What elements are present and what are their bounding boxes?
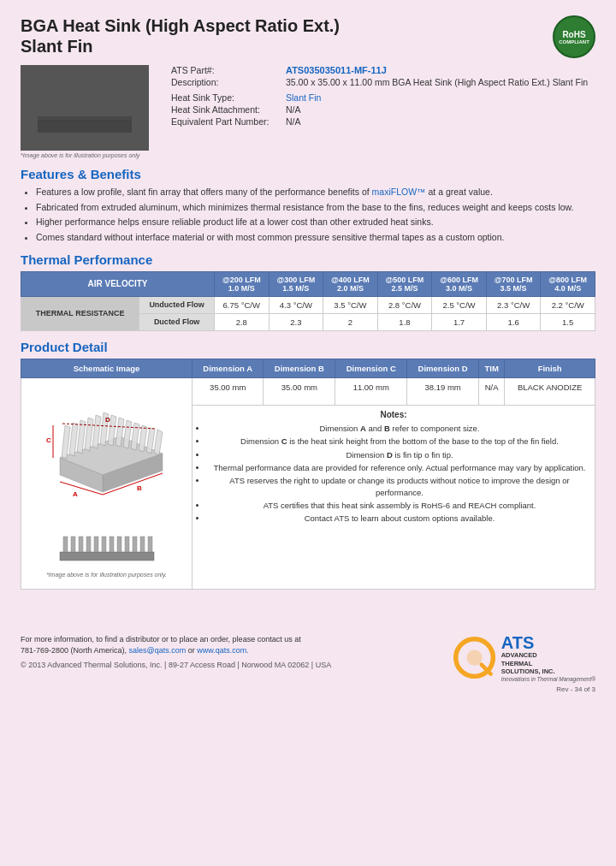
svg-marker-5 [76, 86, 85, 121]
svg-rect-37 [63, 537, 68, 552]
dim-values-row: A B C D [21, 377, 595, 405]
finish-val: BLACK ANODIZE [505, 377, 595, 405]
schematic-caption: *Image above is for illustration purpose… [31, 572, 182, 578]
svg-rect-11 [38, 116, 132, 122]
ducted-400: 2 [323, 313, 378, 330]
detail-table-2: Heat Sink Type: Slant Fin Heat Sink Atta… [171, 92, 595, 127]
detail-table: ATS Part#: ATS035035011-MF-11J Descripti… [171, 65, 595, 87]
footer-copyright: © 2013 Advanced Thermal Solutions, Inc. … [21, 661, 331, 669]
product-image-caption: *Image above is for illustration purpose… [21, 152, 157, 158]
footer-email-link[interactable]: sales@qats.com [129, 646, 187, 655]
ats-logo-text: ATS ADVANCEDTHERMALSOLUTIONS, INC. Innov… [501, 634, 595, 682]
unducted-label: Unducted Flow [139, 296, 215, 313]
svg-rect-0 [38, 121, 132, 133]
footer-website-link[interactable]: www.qats.com. [197, 646, 249, 655]
col-dim-d: Dimension D [407, 359, 479, 377]
schematic-profile-svg [51, 528, 163, 566]
thermal-section: Thermal Performance AIR VELOCITY @200 LF… [21, 252, 595, 331]
product-info: *Image above is for illustration purpose… [21, 65, 595, 158]
dim-c-val: 11.00 mm [335, 377, 407, 405]
svg-text:D: D [105, 416, 110, 424]
svg-rect-47 [140, 537, 145, 552]
svg-rect-46 [133, 537, 137, 552]
ats-big-text: ATS [501, 634, 595, 651]
dim-d-val: 38.19 mm [407, 377, 479, 405]
footer-logo: ATS ADVANCEDTHERMALSOLUTIONS, INC. Innov… [453, 634, 595, 682]
note-4: Thermal performance data are provided fo… [207, 462, 592, 473]
desc-row: Description: 35.00 x 35.00 x 11.00 mm BG… [171, 77, 595, 87]
product-detail-section: Product Detail Schematic Image Dimension… [21, 340, 595, 590]
col-500lfm: @500 LFM 2.5 M/S [377, 271, 432, 296]
list-item: Comes standard without interface materia… [36, 231, 595, 244]
col-600lfm: @600 LFM 3.0 M/S [432, 271, 487, 296]
page-header: BGA Heat Sink (High Aspect Ratio Ext.) S… [21, 15, 595, 58]
page-number: Rev - 34 of 3 [21, 685, 595, 693]
svg-marker-4 [68, 86, 76, 121]
svg-rect-36 [60, 552, 154, 561]
svg-marker-9 [110, 86, 119, 121]
list-item: Fabricated from extruded aluminum, which… [36, 201, 595, 214]
svg-rect-42 [102, 537, 106, 552]
part-label: ATS Part#: [171, 65, 282, 75]
col-tim: TIM [479, 359, 505, 377]
desc-value: 35.00 x 35.00 x 11.00 mm BGA Heat Sink (… [286, 77, 588, 87]
ducted-label: Ducted Flow [139, 313, 215, 330]
product-detail-heading: Product Detail [21, 340, 595, 354]
col-dim-a: Dimension A [192, 359, 264, 377]
note-5: ATS reserves the right to update or chan… [207, 475, 592, 498]
svg-rect-48 [148, 537, 152, 552]
schematic-cell: A B C D [21, 377, 192, 589]
col-200lfm: @200 LFM 1.0 M/S [215, 271, 270, 296]
footer-left: For more information, to find a distribu… [21, 634, 331, 669]
svg-marker-7 [93, 86, 102, 121]
svg-marker-10 [119, 86, 127, 121]
product-image-svg [25, 69, 145, 146]
col-300lfm: @300 LFM 1.5 M/S [269, 271, 323, 296]
product-image [21, 65, 149, 151]
type-label: Heat Sink Type: [171, 92, 282, 103]
ats-full-text: ADVANCEDTHERMALSOLUTIONS, INC. [501, 651, 595, 676]
note-7: Contact ATS to learn about custom option… [207, 513, 592, 524]
part-value[interactable]: ATS035035011-MF-11J [286, 65, 387, 75]
attach-row: Heat Sink Attachment: N/A [171, 104, 595, 115]
svg-text:A: A [73, 490, 78, 498]
col-dim-c: Dimension C [335, 359, 407, 377]
svg-marker-1 [42, 86, 50, 121]
part-row: ATS Part#: ATS035035011-MF-11J [171, 65, 595, 75]
svg-marker-8 [102, 86, 110, 121]
note-6: ATS certifies that this heat sink assemb… [207, 500, 592, 511]
svg-rect-44 [117, 537, 121, 552]
type-row: Heat Sink Type: Slant Fin [171, 92, 595, 103]
title-line1: BGA Heat Sink (High Aspect Ratio Ext.) [21, 16, 340, 35]
equiv-row: Equivalent Part Number: N/A [171, 116, 595, 127]
footer-contact: For more information, to find a distribu… [21, 634, 331, 657]
attach-label: Heat Sink Attachment: [171, 104, 282, 115]
rohs-badge: RoHS COMPLIANT [553, 15, 595, 58]
product-detail-table: Schematic Image Dimension A Dimension B … [21, 359, 595, 590]
ducted-800: 1.5 [541, 313, 595, 330]
dim-b-val: 35.00 mm [264, 377, 335, 405]
product-details: ATS Part#: ATS035035011-MF-11J Descripti… [171, 65, 595, 158]
svg-point-51 [466, 650, 482, 665]
svg-rect-43 [110, 537, 114, 552]
ducted-600: 1.7 [432, 313, 487, 330]
svg-marker-18 [85, 418, 93, 451]
unducted-row: THERMAL RESISTANCE Unducted Flow 6.75 °C… [21, 296, 595, 313]
features-list: Features a low profile, slant fin array … [36, 186, 595, 244]
thermal-resistance-label: THERMAL RESISTANCE [21, 296, 139, 330]
note-1: Dimension A and B refer to component siz… [207, 423, 592, 434]
dim-a-val: 35.00 mm [192, 377, 264, 405]
footer: For more information, to find a distribu… [21, 627, 595, 682]
svg-rect-41 [94, 537, 98, 552]
unducted-800: 2.2 °C/W [541, 296, 595, 313]
list-item: Higher performance helps ensure reliable… [36, 216, 595, 228]
unducted-300: 4.3 °C/W [269, 296, 323, 313]
title-line2: Slant Fin [21, 37, 92, 56]
svg-rect-45 [125, 537, 129, 552]
ducted-300: 2.3 [269, 313, 323, 330]
unducted-600: 2.5 °C/W [432, 296, 487, 313]
svg-marker-26 [146, 428, 155, 454]
note-2: Dimension C is the heat sink height from… [207, 436, 592, 447]
desc-label: Description: [171, 77, 282, 87]
schematic-svg: A B C D [34, 389, 180, 526]
